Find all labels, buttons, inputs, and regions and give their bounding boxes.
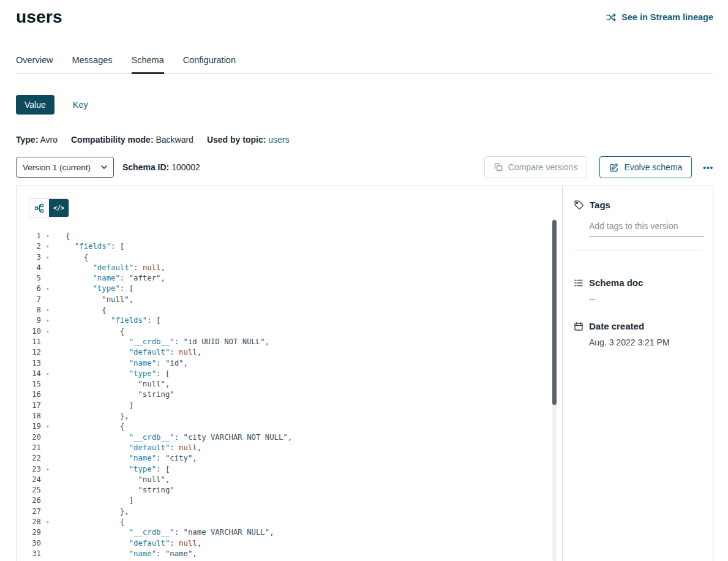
line-number: 24 [17, 475, 41, 485]
fold-arrow-icon[interactable]: ▾ [41, 305, 54, 315]
schema-id-value: 100002 [171, 162, 200, 172]
fold-arrow-placeholder [41, 453, 54, 464]
line-number: 25 [17, 485, 41, 495]
fold-arrow-icon[interactable]: ▾ [41, 326, 54, 337]
fold-arrow-placeholder [41, 295, 54, 305]
code-text: "name": "city", [54, 453, 197, 464]
tags-input[interactable] [589, 220, 704, 236]
value-toggle-button[interactable]: Value [16, 95, 54, 115]
fold-arrow-placeholder [41, 337, 54, 347]
fold-arrow-icon[interactable]: ▾ [41, 284, 54, 294]
version-toolbar: Version 1 (current) Schema ID: 100002 Co… [16, 156, 713, 178]
line-number: 6 [17, 284, 41, 294]
line-number: 18 [17, 411, 41, 421]
tags-section-header: Tags [574, 200, 702, 210]
code-line: 4 "default": null, [17, 263, 562, 273]
line-number: 13 [17, 358, 41, 369]
code-line: 24 "null", [17, 475, 562, 485]
stream-lineage-link[interactable]: See in Stream lineage [606, 12, 713, 22]
code-line: 12 "default": null, [17, 347, 562, 358]
code-line: 26 ] [17, 495, 562, 506]
code-line: 20 "__crdb__": "city VARCHAR NOT NULL", [17, 432, 562, 443]
fold-arrow-placeholder [41, 506, 54, 517]
scrollbar-thumb[interactable] [552, 220, 557, 405]
fold-arrow-icon[interactable]: ▾ [41, 464, 54, 475]
evolve-schema-icon [609, 163, 618, 172]
fold-arrow-icon[interactable]: ▾ [41, 315, 54, 326]
code-text: { [54, 231, 70, 241]
code-line: 31 "name": "name", [17, 549, 562, 559]
tab-configuration[interactable]: Configuration [183, 55, 236, 73]
fold-arrow-placeholder [41, 401, 54, 411]
meta-compatibility-value: Backward [156, 135, 193, 145]
fold-arrow-placeholder [41, 379, 54, 390]
version-select[interactable]: Version 1 (current) [16, 157, 114, 178]
line-number: 16 [17, 390, 41, 400]
code-line: 9▾ "fields": [ [17, 315, 562, 326]
version-select-wrap: Version 1 (current) [16, 157, 114, 178]
line-number: 15 [17, 379, 41, 390]
compare-versions-button[interactable]: Compare versions [484, 156, 588, 178]
line-number: 11 [17, 337, 41, 347]
code-line: 27 }, [17, 506, 562, 517]
fold-arrow-icon[interactable]: ▾ [41, 241, 54, 252]
tab-messages[interactable]: Messages [72, 55, 112, 73]
code-text: "default": null, [54, 538, 201, 549]
calendar-icon [574, 322, 584, 331]
line-number: 3 [17, 252, 41, 263]
key-toggle-link[interactable]: Key [73, 100, 88, 110]
more-options-button[interactable]: ••• [703, 163, 713, 172]
fold-arrow-placeholder [41, 358, 54, 369]
fold-arrow-icon[interactable]: ▾ [41, 369, 54, 379]
fold-arrow-icon[interactable]: ▾ [41, 421, 54, 432]
fold-arrow-icon[interactable]: ▾ [41, 252, 54, 263]
schema-doc-section-header: Schema doc [574, 277, 702, 288]
code-text: "__crdb__": "city VARCHAR NOT NULL", [54, 432, 292, 443]
code-line: 1▾{ [17, 231, 562, 241]
tree-view-button[interactable] [29, 199, 49, 217]
line-number: 17 [17, 401, 41, 411]
schema-detail-panel: </> 1▾{2▾ "fields": [3▾ {4 "default": nu… [16, 186, 713, 561]
fold-arrow-placeholder [41, 527, 54, 538]
schema-sidebar: Tags Schema doc -- Date created Aug. 3 2… [562, 186, 713, 561]
code-line: 6▾ "type": [ [17, 284, 562, 294]
schema-doc-title: Schema doc [589, 277, 643, 288]
schema-id: Schema ID: 100002 [122, 162, 200, 172]
schema-id-label: Schema ID: [122, 162, 169, 172]
meta-topic-link[interactable]: users [268, 135, 289, 145]
fold-arrow-icon[interactable]: ▾ [41, 517, 54, 527]
line-number: 14 [17, 369, 41, 379]
meta-type-value: Avro [40, 135, 58, 145]
tab-overview[interactable]: Overview [16, 55, 53, 73]
tab-schema[interactable]: Schema [132, 55, 164, 73]
evolve-schema-button[interactable]: Evolve schema [599, 156, 692, 178]
code-line: 19▾ { [17, 421, 562, 432]
code-line: 25 "string" [17, 485, 562, 495]
fold-arrow-placeholder [41, 263, 54, 273]
line-number: 29 [17, 527, 41, 538]
line-number: 22 [17, 453, 41, 464]
code-line: 16 "string" [17, 390, 562, 400]
code-view-button[interactable]: </> [49, 199, 69, 217]
code-text: "string" [54, 485, 174, 495]
code-line: 10▾ { [17, 326, 562, 337]
code-line: 8▾ { [17, 305, 562, 315]
meta-type-label: Type: [16, 135, 38, 145]
code-line: 18 }, [17, 411, 562, 421]
fold-arrow-placeholder [41, 273, 54, 284]
value-key-toggle: Value Key [16, 95, 712, 115]
page-header: users See in Stream lineage [0, 0, 728, 27]
line-number: 5 [17, 273, 41, 284]
code-text: "type": [ [54, 284, 133, 294]
code-line: 7 "null", [17, 295, 562, 305]
code-area: 1▾{2▾ "fields": [3▾ {4 "default": null,5… [17, 231, 562, 561]
line-number: 4 [17, 263, 41, 273]
schema-meta-row: Type: Avro Compatibility mode: Backward … [16, 135, 712, 145]
stream-lineage-icon [606, 13, 617, 22]
fold-arrow-icon[interactable]: ▾ [41, 231, 54, 241]
line-number: 26 [17, 495, 41, 506]
fold-arrow-placeholder [41, 347, 54, 358]
fold-arrow-placeholder [41, 443, 54, 453]
line-number: 28 [17, 517, 41, 527]
date-created-value: Aug. 3 2022 3:21 PM [589, 337, 702, 347]
